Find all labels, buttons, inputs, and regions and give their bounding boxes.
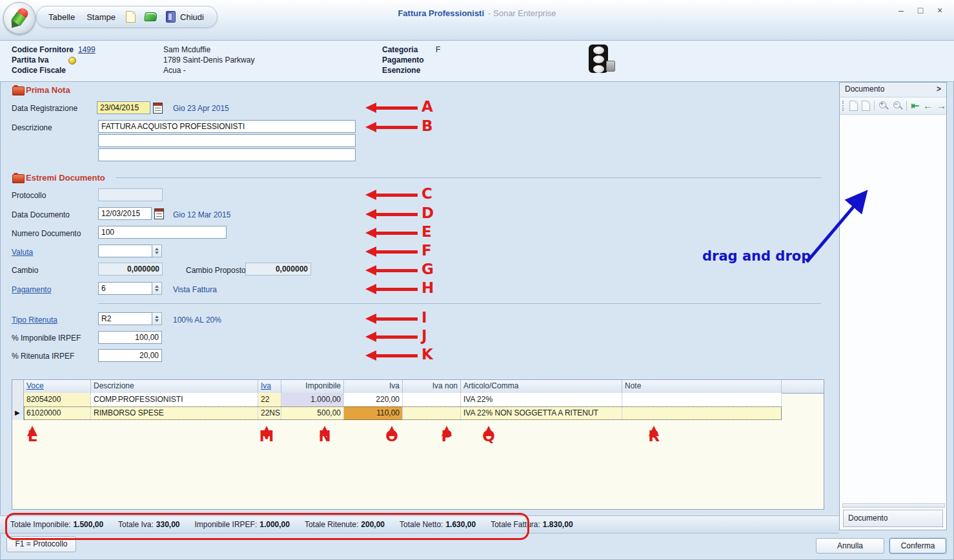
col-iva-non[interactable]: Iva non: [403, 380, 461, 393]
total-iva: Totale Iva:330,00: [118, 520, 179, 529]
col-iva[interactable]: Iva: [258, 380, 281, 393]
annotation-arrow-h: H: [365, 283, 438, 295]
drag-and-drop-annotation: drag and drop: [702, 248, 811, 264]
main-toolbar: Tabelle Stampe Chiudi: [36, 6, 218, 28]
codice-fornitore-value[interactable]: 1499: [78, 45, 96, 54]
chevron-right-icon[interactable]: >: [937, 83, 941, 96]
page-open-icon[interactable]: [862, 101, 870, 111]
table-row-selected[interactable]: ▶ 61020000 RIMBORSO SPESE 22NS 500,00 11…: [12, 406, 782, 420]
prev-page-icon[interactable]: ←: [923, 101, 933, 111]
row-selector: [12, 393, 24, 406]
annotation-arrow-a: A: [365, 102, 438, 114]
total-imponibile: Totale Imponibile:1.500,00: [10, 520, 103, 529]
minimize-icon[interactable]: –: [896, 5, 906, 15]
cell-iva-importo: 110,00: [344, 406, 403, 420]
tipo-ritenuta-input[interactable]: [98, 312, 152, 325]
valuta-spinner[interactable]: [152, 245, 162, 257]
green-book-icon[interactable]: [144, 12, 157, 21]
annotation-arrow-j: J: [365, 331, 438, 343]
codice-fiscale-label: Codice Fiscale: [12, 66, 66, 75]
grid-header: Voce Descrizione Iva Imponibile Iva Iva …: [12, 380, 824, 394]
folder-icon: [12, 86, 25, 95]
descrizione-input-1[interactable]: [98, 120, 356, 133]
imponibile-irpef-input[interactable]: [98, 331, 162, 344]
valuta-input[interactable]: [98, 245, 152, 257]
cambio-input[interactable]: [98, 263, 163, 275]
toolbar-grip-icon: [842, 101, 846, 111]
app-window: { "window": { "title": "Fattura Professi…: [0, 0, 954, 560]
conferma-button[interactable]: Conferma: [889, 538, 946, 554]
col-voce[interactable]: Voce: [24, 380, 91, 393]
codice-fornitore-label: Codice Fornitore: [12, 45, 74, 54]
descrizione-input-2[interactable]: [98, 134, 356, 147]
supplier-city: Acua -: [163, 66, 186, 75]
partita-iva-status-icon: [68, 57, 76, 65]
annotation-arrow-k: K: [365, 350, 438, 361]
ritenuta-irpef-input[interactable]: [98, 349, 162, 362]
zoom-out-icon[interactable]: −: [893, 101, 903, 111]
tipo-ritenuta-link[interactable]: Tipo Ritenuta: [12, 315, 57, 325]
panel-splitter[interactable]: [842, 503, 945, 508]
col-articolo[interactable]: Articolo/Comma: [461, 380, 622, 393]
col-imponibile[interactable]: Imponibile: [281, 380, 344, 393]
descrizione-label: Descrizione: [12, 123, 52, 132]
annotation-arrow-i: I: [365, 313, 438, 325]
menu-stampe[interactable]: Stampe: [85, 11, 117, 23]
close-icon[interactable]: ×: [935, 5, 945, 15]
annulla-button[interactable]: Annulla: [816, 538, 884, 554]
col-filler: [782, 380, 824, 393]
next-page-icon[interactable]: →: [937, 101, 946, 111]
tipo-ritenuta-spinner[interactable]: [152, 312, 162, 325]
close-form-button[interactable]: Chiudi: [166, 11, 205, 23]
categoria-value: F: [436, 45, 440, 54]
protocollo-input[interactable]: [98, 188, 163, 201]
calendar-icon[interactable]: [153, 103, 163, 114]
zoom-in-icon[interactable]: +: [878, 101, 889, 111]
pagamento-input[interactable]: [98, 282, 152, 295]
page-icon[interactable]: [849, 101, 858, 111]
form-divider: [98, 303, 821, 304]
cell-descrizione: COMP.PROFESSIONISTI: [91, 393, 258, 406]
cambio-proposto-input[interactable]: [245, 263, 311, 275]
maximize-icon[interactable]: □: [915, 5, 926, 15]
table-row[interactable]: 82054200 COMP.PROFESSIONISTI 22 1.000,00…: [12, 393, 782, 407]
cambio-label: Cambio: [12, 266, 38, 275]
col-descrizione[interactable]: Descrizione: [91, 380, 258, 393]
esenzione-label: Esenzione: [382, 66, 420, 75]
imponibile-irpef-label: % Imponibile IRPEF: [12, 334, 81, 343]
documento-bottom-tab[interactable]: Documento: [843, 510, 943, 527]
data-documento-input[interactable]: [98, 207, 152, 220]
window-subtitle: - Sonar Enterprise: [488, 8, 556, 18]
pagamento-header-label: Pagamento: [382, 55, 424, 65]
partita-iva-label: Partita Iva: [12, 55, 48, 65]
f1-protocollo-button[interactable]: F1 = Protocollo: [6, 536, 76, 552]
calendar-icon[interactable]: [154, 208, 164, 219]
col-iva-importo[interactable]: Iva: [344, 380, 403, 393]
row-selector: ▶: [12, 406, 24, 420]
data-registrazione-input[interactable]: [97, 101, 150, 114]
window-title-text: Fattura Professionisti: [398, 8, 484, 18]
total-fattura: Totale Fattura:1.830,00: [491, 520, 573, 529]
total-ritenute: Totale Ritenute:200,00: [305, 520, 385, 529]
pagamento-spinner[interactable]: [152, 282, 162, 295]
documento-panel-header: Documento >: [840, 83, 946, 97]
valuta-link[interactable]: Valuta: [12, 248, 33, 257]
supplier-address: 1789 Saint-Denis Parkway: [163, 55, 254, 65]
menu-tabelle[interactable]: Tabelle: [47, 11, 76, 23]
col-note[interactable]: Note: [622, 380, 782, 393]
first-page-icon[interactable]: ⇤: [911, 101, 919, 111]
cell-articolo: IVA 22% NON SOGGETTA A RITENUT: [461, 406, 622, 420]
cell-note: [622, 393, 782, 406]
numero-documento-input[interactable]: [98, 226, 227, 239]
descrizione-input-3[interactable]: [98, 148, 356, 161]
exit-door-icon: [166, 11, 176, 23]
data-documento-label: Data Documento: [12, 210, 70, 219]
app-logo-button[interactable]: [3, 2, 36, 34]
cell-iva: 22: [258, 393, 281, 406]
ritenuta-irpef-label: % Ritenuta IRPEF: [12, 352, 74, 361]
line-items-grid: Voce Descrizione Iva Imponibile Iva Iva …: [12, 379, 824, 510]
window-controls: – □ ×: [896, 5, 945, 15]
cell-note: [622, 406, 782, 420]
pagamento-link[interactable]: Pagamento: [12, 285, 51, 294]
new-document-icon[interactable]: [126, 11, 136, 23]
